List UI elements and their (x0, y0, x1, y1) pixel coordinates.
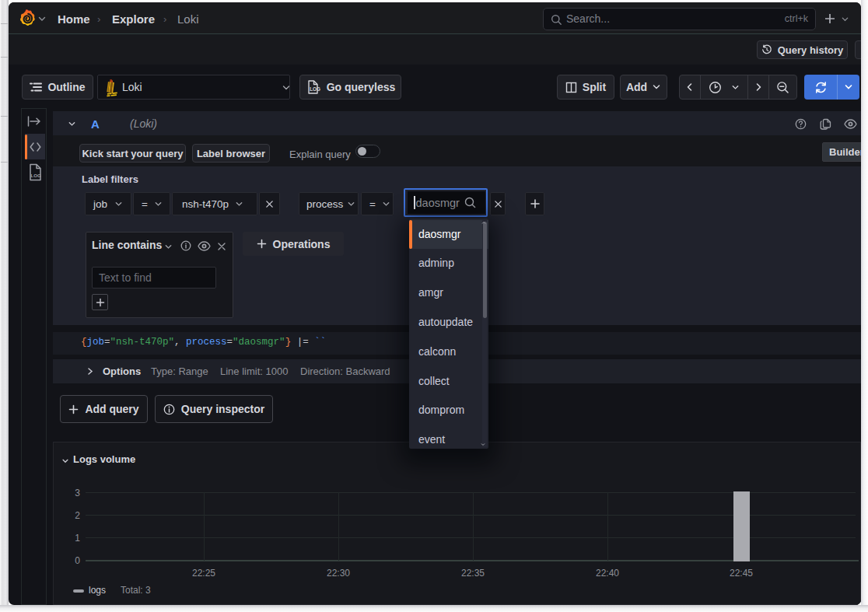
svg-text:LOG: LOG (30, 173, 41, 178)
svg-text:LOG: LOG (310, 86, 320, 92)
